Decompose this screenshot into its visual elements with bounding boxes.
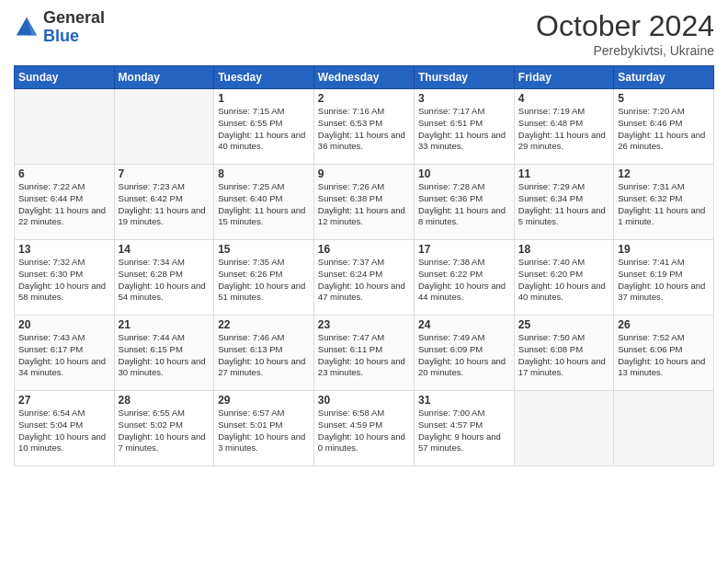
day-number: 22 xyxy=(218,318,310,331)
table-cell xyxy=(614,391,714,466)
logo-blue-text: Blue xyxy=(43,28,105,46)
day-number: 18 xyxy=(518,243,609,256)
day-info: Sunrise: 7:46 AMSunset: 6:13 PMDaylight:… xyxy=(218,332,310,379)
table-cell: 23Sunrise: 7:47 AMSunset: 6:11 PMDayligh… xyxy=(313,316,414,391)
day-info: Sunrise: 7:00 AMSunset: 4:57 PMDaylight:… xyxy=(418,408,510,454)
day-info: Sunrise: 7:40 AMSunset: 6:20 PMDaylight:… xyxy=(518,257,609,304)
day-number: 15 xyxy=(218,243,310,256)
day-number: 1 xyxy=(218,92,310,105)
title-block: October 2024 Perebykivtsi, Ukraine xyxy=(536,9,714,58)
day-number: 9 xyxy=(318,167,410,180)
day-info: Sunrise: 7:16 AMSunset: 6:53 PMDaylight:… xyxy=(318,106,410,153)
table-cell: 8Sunrise: 7:25 AMSunset: 6:40 PMDaylight… xyxy=(214,165,314,240)
table-cell xyxy=(514,391,613,466)
header-friday: Friday xyxy=(514,66,613,89)
page-header: General Blue October 2024 Perebykivtsi, … xyxy=(14,9,714,58)
day-number: 31 xyxy=(418,394,510,407)
day-info: Sunrise: 7:50 AMSunset: 6:08 PMDaylight:… xyxy=(518,332,609,379)
day-number: 23 xyxy=(318,318,410,331)
day-number: 5 xyxy=(618,92,710,105)
day-info: Sunrise: 7:19 AMSunset: 6:48 PMDaylight:… xyxy=(518,106,609,153)
logo-general-text: General xyxy=(43,9,105,28)
table-cell: 2Sunrise: 7:16 AMSunset: 6:53 PMDaylight… xyxy=(313,89,414,165)
table-cell: 26Sunrise: 7:52 AMSunset: 6:06 PMDayligh… xyxy=(614,316,714,391)
day-number: 30 xyxy=(318,394,410,407)
day-number: 8 xyxy=(218,167,310,180)
table-cell: 11Sunrise: 7:29 AMSunset: 6:34 PMDayligh… xyxy=(514,165,613,240)
table-cell: 13Sunrise: 7:32 AMSunset: 6:30 PMDayligh… xyxy=(15,240,115,316)
table-cell: 28Sunrise: 6:55 AMSunset: 5:02 PMDayligh… xyxy=(114,391,214,466)
day-info: Sunrise: 7:35 AMSunset: 6:26 PMDaylight:… xyxy=(218,257,310,304)
day-info: Sunrise: 6:58 AMSunset: 4:59 PMDaylight:… xyxy=(318,408,410,454)
day-number: 19 xyxy=(618,243,710,256)
day-number: 24 xyxy=(418,318,510,331)
calendar-week-4: 20Sunrise: 7:43 AMSunset: 6:17 PMDayligh… xyxy=(15,316,714,391)
calendar-week-2: 6Sunrise: 7:22 AMSunset: 6:44 PMDaylight… xyxy=(15,165,714,240)
calendar-table: Sunday Monday Tuesday Wednesday Thursday… xyxy=(14,65,714,466)
day-info: Sunrise: 7:44 AMSunset: 6:15 PMDaylight:… xyxy=(119,332,210,379)
table-cell: 22Sunrise: 7:46 AMSunset: 6:13 PMDayligh… xyxy=(214,316,314,391)
day-number: 20 xyxy=(18,318,110,331)
table-cell: 5Sunrise: 7:20 AMSunset: 6:46 PMDaylight… xyxy=(614,89,714,165)
header-tuesday: Tuesday xyxy=(214,66,314,89)
table-cell: 21Sunrise: 7:44 AMSunset: 6:15 PMDayligh… xyxy=(114,316,214,391)
day-number: 16 xyxy=(318,243,410,256)
day-number: 6 xyxy=(18,167,110,180)
table-cell: 19Sunrise: 7:41 AMSunset: 6:19 PMDayligh… xyxy=(614,240,714,316)
table-cell: 24Sunrise: 7:49 AMSunset: 6:09 PMDayligh… xyxy=(414,316,514,391)
day-number: 26 xyxy=(618,318,710,331)
header-monday: Monday xyxy=(114,66,214,89)
table-cell: 25Sunrise: 7:50 AMSunset: 6:08 PMDayligh… xyxy=(514,316,613,391)
table-cell: 15Sunrise: 7:35 AMSunset: 6:26 PMDayligh… xyxy=(214,240,314,316)
day-info: Sunrise: 7:38 AMSunset: 6:22 PMDaylight:… xyxy=(418,257,510,304)
day-info: Sunrise: 7:15 AMSunset: 6:55 PMDaylight:… xyxy=(218,106,310,153)
day-number: 3 xyxy=(418,92,510,105)
table-cell: 30Sunrise: 6:58 AMSunset: 4:59 PMDayligh… xyxy=(313,391,414,466)
day-info: Sunrise: 7:31 AMSunset: 6:32 PMDaylight:… xyxy=(618,181,710,228)
day-info: Sunrise: 6:57 AMSunset: 5:01 PMDaylight:… xyxy=(218,408,310,454)
day-info: Sunrise: 7:29 AMSunset: 6:34 PMDaylight:… xyxy=(518,181,609,228)
day-number: 21 xyxy=(119,318,210,331)
day-info: Sunrise: 7:49 AMSunset: 6:09 PMDaylight:… xyxy=(418,332,510,379)
table-cell: 20Sunrise: 7:43 AMSunset: 6:17 PMDayligh… xyxy=(15,316,115,391)
location-text: Perebykivtsi, Ukraine xyxy=(536,43,714,58)
logo: General Blue xyxy=(14,9,105,46)
day-number: 12 xyxy=(618,167,710,180)
table-cell: 10Sunrise: 7:28 AMSunset: 6:36 PMDayligh… xyxy=(414,165,514,240)
day-info: Sunrise: 7:32 AMSunset: 6:30 PMDaylight:… xyxy=(18,257,110,304)
day-info: Sunrise: 6:54 AMSunset: 5:04 PMDaylight:… xyxy=(18,408,110,454)
day-info: Sunrise: 7:43 AMSunset: 6:17 PMDaylight:… xyxy=(18,332,110,379)
day-info: Sunrise: 7:23 AMSunset: 6:42 PMDaylight:… xyxy=(119,181,210,228)
day-number: 27 xyxy=(18,394,110,407)
day-number: 4 xyxy=(518,92,609,105)
day-info: Sunrise: 6:55 AMSunset: 5:02 PMDaylight:… xyxy=(119,408,210,454)
table-cell: 12Sunrise: 7:31 AMSunset: 6:32 PMDayligh… xyxy=(614,165,714,240)
day-info: Sunrise: 7:20 AMSunset: 6:46 PMDaylight:… xyxy=(618,106,710,153)
day-number: 25 xyxy=(518,318,609,331)
header-wednesday: Wednesday xyxy=(313,66,414,89)
table-cell: 17Sunrise: 7:38 AMSunset: 6:22 PMDayligh… xyxy=(414,240,514,316)
table-cell: 9Sunrise: 7:26 AMSunset: 6:38 PMDaylight… xyxy=(313,165,414,240)
calendar-header-row: Sunday Monday Tuesday Wednesday Thursday… xyxy=(15,66,714,89)
table-cell: 14Sunrise: 7:34 AMSunset: 6:28 PMDayligh… xyxy=(114,240,214,316)
table-cell: 27Sunrise: 6:54 AMSunset: 5:04 PMDayligh… xyxy=(15,391,115,466)
table-cell: 7Sunrise: 7:23 AMSunset: 6:42 PMDaylight… xyxy=(114,165,214,240)
table-cell: 29Sunrise: 6:57 AMSunset: 5:01 PMDayligh… xyxy=(214,391,314,466)
day-number: 14 xyxy=(119,243,210,256)
logo-icon xyxy=(14,15,40,40)
day-info: Sunrise: 7:47 AMSunset: 6:11 PMDaylight:… xyxy=(318,332,410,379)
table-cell: 6Sunrise: 7:22 AMSunset: 6:44 PMDaylight… xyxy=(15,165,115,240)
table-cell: 31Sunrise: 7:00 AMSunset: 4:57 PMDayligh… xyxy=(414,391,514,466)
day-info: Sunrise: 7:25 AMSunset: 6:40 PMDaylight:… xyxy=(218,181,310,228)
month-title: October 2024 xyxy=(536,9,714,43)
calendar-week-3: 13Sunrise: 7:32 AMSunset: 6:30 PMDayligh… xyxy=(15,240,714,316)
table-cell xyxy=(15,89,115,165)
header-sunday: Sunday xyxy=(15,66,115,89)
table-cell xyxy=(114,89,214,165)
calendar-week-5: 27Sunrise: 6:54 AMSunset: 5:04 PMDayligh… xyxy=(15,391,714,466)
day-info: Sunrise: 7:28 AMSunset: 6:36 PMDaylight:… xyxy=(418,181,510,228)
header-saturday: Saturday xyxy=(614,66,714,89)
day-number: 13 xyxy=(18,243,110,256)
table-cell: 3Sunrise: 7:17 AMSunset: 6:51 PMDaylight… xyxy=(414,89,514,165)
day-info: Sunrise: 7:17 AMSunset: 6:51 PMDaylight:… xyxy=(418,106,510,153)
